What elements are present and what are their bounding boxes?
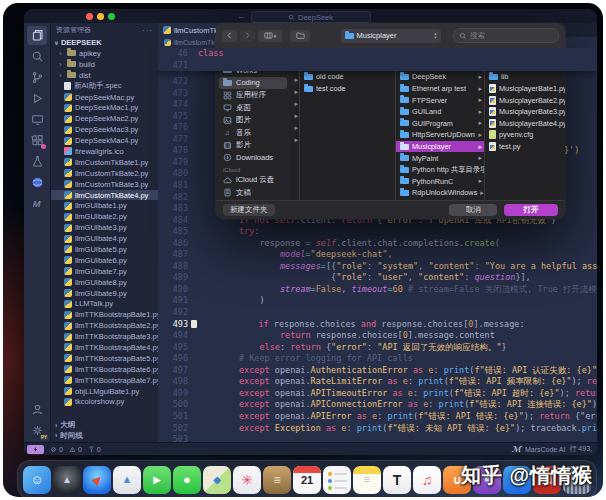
- cancel-button[interactable]: 取消: [449, 204, 497, 216]
- tree-file-row[interactable]: llmCustomTkBate4.py: [51, 190, 158, 201]
- tree-file-row[interactable]: 新AI助手.spec: [51, 81, 158, 92]
- code-line[interactable]: 501 except openai.APIError as e: print(f…: [158, 411, 597, 423]
- code-line[interactable]: 490 stream=False, timeout=60 # stream=Fa…: [158, 284, 597, 296]
- column-item-MusicplayerBate3.py[interactable]: MusicplayerBate3.py: [485, 106, 565, 118]
- code-line[interactable]: 486 response = self.client.chat.completi…: [158, 238, 597, 250]
- view-mode-button[interactable]: ▾: [258, 30, 282, 42]
- column-item-lib[interactable]: lib▸: [485, 71, 565, 83]
- command-center-search[interactable]: DeepSeek: [251, 11, 371, 23]
- column-item-MusicplayerBate1.py[interactable]: MusicplayerBate1.py: [485, 83, 565, 95]
- dock-music[interactable]: ♫: [413, 466, 441, 494]
- tree-file-row[interactable]: llmGUIbate1.py: [51, 200, 158, 211]
- code-line[interactable]: 500 except openai.APIConnectionError as …: [158, 399, 597, 411]
- tree-file-row[interactable]: llmGUIbate2.py: [51, 211, 158, 222]
- tree-file-row[interactable]: llmTTKBootstrapBate5.py: [51, 353, 158, 364]
- tree-file-row[interactable]: llmCustomTkBate1.py: [51, 157, 158, 168]
- code-line[interactable]: 497 except openai.AuthenticationError as…: [158, 365, 597, 377]
- sidebar-item-桌面[interactable]: 桌面: [219, 102, 287, 115]
- tree-file-row[interactable]: llmGUIbate4.py: [51, 233, 158, 244]
- tree-folder-row[interactable]: ›dist: [51, 70, 158, 81]
- errors-indicator[interactable]: 0: [50, 446, 63, 453]
- remote-indicator[interactable]: [27, 445, 44, 454]
- timeline-section[interactable]: › 时间线: [51, 431, 158, 442]
- column-item-DeepSeek[interactable]: DeepSeek▸: [396, 71, 484, 83]
- code-line[interactable]: 46class: [158, 48, 597, 60]
- tree-file-row[interactable]: llmGUIbate5.py: [51, 244, 158, 255]
- column-item-test.py[interactable]: test.py: [485, 141, 565, 153]
- tree-file-row[interactable]: DeepSeekMac.py: [51, 92, 158, 103]
- tree-file-row[interactable]: llmGUIbate7.py: [51, 266, 158, 277]
- dock-safari[interactable]: ▶: [83, 466, 111, 494]
- code-line[interactable]: 494 return response.choices[0].message.c…: [158, 330, 597, 342]
- tree-file-row[interactable]: llmCustomTkBate2.py: [51, 168, 158, 179]
- code-line[interactable]: 498 except openai.RateLimitError as e: p…: [158, 376, 597, 388]
- tree-file-row[interactable]: DeepSeekMac1.py: [51, 102, 158, 113]
- code-line[interactable]: 489 {"role": "user", "content": question…: [158, 272, 597, 284]
- sidebar-item-音乐[interactable]: ♫音乐: [219, 127, 287, 140]
- sidebar-item-应用程序[interactable]: 应用程序: [219, 89, 287, 102]
- tree-file-row[interactable]: llmGUIbate3.py: [51, 222, 158, 233]
- activity-source-control-icon[interactable]: [27, 68, 47, 87]
- column-item-MyPaint[interactable]: MyPaint▸: [396, 152, 484, 164]
- column-item-FTPServer[interactable]: FTPServer▸: [396, 94, 484, 106]
- sidebar-item-iCloud 云盘[interactable]: iCloud 云盘: [219, 174, 287, 187]
- code-line[interactable]: 485 try:: [158, 226, 597, 238]
- tree-file-row[interactable]: DeepSeekMac4.py: [51, 135, 158, 146]
- sidebar-item-影片[interactable]: 影片: [219, 139, 287, 152]
- dock-facetime[interactable]: ▶: [143, 466, 171, 494]
- column-item-test code[interactable]: test code: [300, 83, 395, 95]
- tree-file-row[interactable]: llmTTKBootstrapBate6.py: [51, 364, 158, 375]
- cursor-position[interactable]: 行 493,: [569, 444, 592, 454]
- tree-file-row[interactable]: llmGUIbate9.py: [51, 288, 158, 299]
- dock-messages[interactable]: ●: [173, 466, 201, 494]
- minimize-button[interactable]: [97, 13, 104, 20]
- dialog-forward-button[interactable]: [240, 30, 255, 42]
- code-line[interactable]: 502 except Exception as e: print(f"错误: 未…: [158, 423, 597, 435]
- code-line[interactable]: 492: [158, 307, 597, 319]
- tree-file-row[interactable]: llmTTKBootstrapBate2.py: [51, 320, 158, 331]
- tree-file-row[interactable]: llmTTKBootstrapBate1.py: [51, 309, 158, 320]
- sidebar-item-图片[interactable]: 图片: [219, 114, 287, 127]
- activity-marscode-icon[interactable]: M: [27, 194, 47, 213]
- code-line[interactable]: 487 model="deepseek-chat",: [158, 249, 597, 261]
- code-line[interactable]: 495 else: return {"error": "API 返回了无效的响应…: [158, 342, 597, 354]
- tree-file-row[interactable]: llmGUIbate8.py: [51, 277, 158, 288]
- dock-textedit[interactable]: T: [383, 466, 411, 494]
- location-dropdown[interactable]: Musicplayer ▴▾: [341, 29, 441, 43]
- code-line[interactable]: 471: [158, 60, 597, 72]
- code-line[interactable]: 496 # Keep error logging for API calls: [158, 353, 597, 365]
- tree-file-row[interactable]: DeepSeekMac2.py: [51, 113, 158, 124]
- outline-section[interactable]: › 大纲: [51, 420, 158, 431]
- activity-search-icon[interactable]: [27, 47, 47, 66]
- dialog-action-button[interactable]: [290, 30, 310, 42]
- tree-file-row[interactable]: firewallgirls.ico: [51, 146, 158, 157]
- dock-contacts[interactable]: ≡: [263, 466, 291, 494]
- activity-testing-icon[interactable]: [27, 152, 47, 171]
- code-line[interactable]: 503: [158, 434, 597, 442]
- tree-file-row[interactable]: llmTTKBootstrapBate3.py: [51, 331, 158, 342]
- activity-settings-gear-icon[interactable]: PY: [27, 421, 47, 440]
- tree-file-row[interactable]: LLMTalk.py: [51, 298, 158, 309]
- column-item-PythonRunC[interactable]: PythonRunC▸: [396, 176, 484, 188]
- back-arrow-button[interactable]: ←: [237, 11, 246, 21]
- code-line[interactable]: 488 messages=[{"role": "system", "conten…: [158, 261, 597, 273]
- tree-file-row[interactable]: llmGUIbate6.py: [51, 255, 158, 266]
- dock-reminders[interactable]: [323, 466, 351, 494]
- ports-indicator[interactable]: 0: [88, 446, 101, 453]
- column-item-Ethernet arp test[interactable]: Ethernet arp test▸: [396, 83, 484, 95]
- dialog-back-button[interactable]: [222, 30, 237, 42]
- code-line[interactable]: 491 ): [158, 295, 597, 307]
- tree-file-row[interactable]: tkcolorshow.py: [51, 397, 158, 408]
- activity-remote-explorer-icon[interactable]: [27, 110, 47, 129]
- dock-maps[interactable]: ◆: [203, 466, 231, 494]
- sidebar-item-文稿[interactable]: 文稿: [219, 187, 287, 200]
- activity-account-icon[interactable]: [27, 400, 47, 419]
- dock-launchpad[interactable]: ▲: [53, 466, 81, 494]
- column-item-Musicplayer[interactable]: Musicplayer▸: [396, 141, 484, 153]
- code-line[interactable]: 493 if response.choices and response.cho…: [158, 319, 597, 331]
- column-item-RdpUnlockWindows[interactable]: RdpUnlockWindows▸: [396, 187, 484, 199]
- explorer-root-folder[interactable]: ∨ DEEPSEEK: [51, 37, 158, 48]
- tree-file-row[interactable]: DeepSeekMac3.py: [51, 124, 158, 135]
- dock-finder[interactable]: ☺: [23, 466, 51, 494]
- more-actions-icon[interactable]: ···: [142, 26, 153, 35]
